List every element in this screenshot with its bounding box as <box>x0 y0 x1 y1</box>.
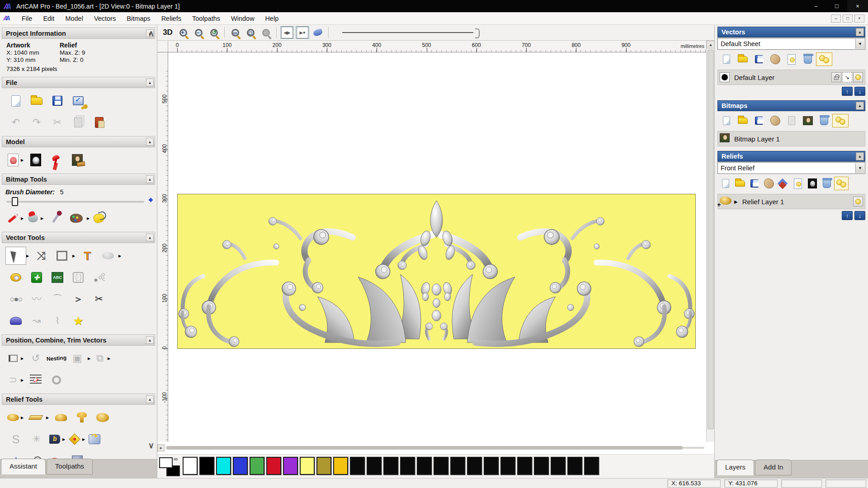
tab-layers[interactable]: Layers <box>717 460 754 475</box>
flyout-arrow-icon[interactable]: ▶ <box>21 408 25 427</box>
flyout-arrow-icon[interactable]: ▶ <box>62 430 67 448</box>
colour-swatch-17[interactable] <box>467 457 482 475</box>
brush-diameter-slider[interactable] <box>4 197 151 206</box>
zoom-drawing-icon[interactable]: ▢ <box>244 26 257 39</box>
delete-relief-layer-icon[interactable] <box>820 177 834 190</box>
weld-vectors-icon[interactable]: ⧉ <box>92 349 108 367</box>
bitmap-layer-row[interactable]: Bitmap Layer 1 <box>717 131 865 146</box>
snap-layer-icon[interactable]: ↘ <box>842 72 852 82</box>
colour-swatch-23[interactable] <box>567 457 582 475</box>
colour-swatch-7[interactable] <box>300 457 315 475</box>
model-properties-icon[interactable] <box>68 92 89 110</box>
section-relief-tools[interactable]: Relief Tools ▲ <box>2 394 155 405</box>
toggle-visibility-icon[interactable] <box>783 52 800 66</box>
menu-window[interactable]: Window <box>226 14 260 23</box>
collapse-icon[interactable]: ▲ <box>146 234 154 241</box>
slider-track[interactable] <box>6 201 144 202</box>
snap-page-left-icon[interactable]: ◂▸ <box>280 26 294 39</box>
mirror-vectors-icon[interactable]: ⌇ <box>47 312 68 330</box>
primary-secondary-colour[interactable]: ∞ <box>159 457 180 476</box>
greyscale-preview-icon[interactable] <box>805 177 820 190</box>
menu-help[interactable]: Help <box>260 14 284 23</box>
move-layer-up-icon[interactable]: ↑ <box>842 87 853 96</box>
colour-swatch-22[interactable] <box>551 457 566 475</box>
nesting-icon[interactable]: Nesting <box>46 349 67 367</box>
create-polyline-icon[interactable]: ＞ <box>68 290 89 308</box>
open-relief-layer-icon[interactable] <box>733 177 747 190</box>
colour-swatch-14[interactable] <box>417 457 432 475</box>
snap-page-right-icon[interactable]: ▸▪ <box>296 26 309 39</box>
child-minimize-button[interactable]: – <box>831 14 841 23</box>
link-colours-icon[interactable]: ∞ <box>174 455 178 462</box>
vector-texture-icon[interactable] <box>25 371 46 389</box>
primary-colour-swatch[interactable] <box>159 457 173 468</box>
menu-edit[interactable]: Edit <box>38 14 60 23</box>
create-plane-icon[interactable] <box>25 408 46 427</box>
minimize-button[interactable]: – <box>806 0 826 12</box>
colour-picker-icon[interactable] <box>45 209 66 227</box>
bitmap-layer-name[interactable]: Bitmap Layer 1 <box>734 135 863 143</box>
line-width-slider[interactable] <box>342 32 473 33</box>
merge-vector-layers-icon[interactable] <box>767 52 783 66</box>
flyout-arrow-icon[interactable]: ▶ <box>46 408 51 427</box>
flyout-arrow-icon[interactable]: ▶ <box>21 371 25 389</box>
zoom-box-icon[interactable]: ▭ <box>228 26 242 39</box>
scroll-left-icon[interactable]: ▸ <box>157 444 165 451</box>
layer-colour-swatch[interactable] <box>720 72 730 82</box>
copy-icon[interactable] <box>68 113 89 131</box>
colour-swatch-16[interactable] <box>450 457 465 475</box>
clear-bitmap-layer-icon[interactable] <box>783 114 800 127</box>
colour-swatch-19[interactable] <box>500 457 515 475</box>
relief-layer-name[interactable]: Relief Layer 1 <box>742 198 852 206</box>
flyout-arrow-icon[interactable]: ▶ <box>21 209 25 227</box>
colour-swatch-20[interactable] <box>517 457 532 475</box>
section-position-combine-trim[interactable]: Position, Combine, Trim Vectors ▲ <box>2 334 155 346</box>
create-arc-icon[interactable]: ⌒ <box>47 290 68 308</box>
colour-swatch-21[interactable] <box>534 457 549 475</box>
collapse-icon[interactable]: ▲ <box>856 152 864 160</box>
collapse-icon[interactable]: ▲ <box>856 102 864 110</box>
create-freehand-icon[interactable]: 〰 <box>26 290 47 308</box>
face-wizard-icon[interactable] <box>47 430 62 448</box>
relief-layer-row[interactable]: ▶ Relief Layer 1 <box>717 194 865 209</box>
pan-view-icon[interactable] <box>311 26 325 39</box>
colour-swatch-9[interactable] <box>333 457 348 475</box>
tab-assistant[interactable]: Assistant <box>1 459 46 474</box>
block-combine-icon[interactable]: ▣ <box>67 349 88 367</box>
layer-visibility-icon[interactable] <box>853 72 863 82</box>
move-layer-up-icon[interactable]: ↑ <box>842 211 853 220</box>
collapse-icon[interactable]: ▲ <box>146 138 154 145</box>
lock-layer-icon[interactable] <box>831 72 841 82</box>
new-relief-layer-icon[interactable] <box>718 177 733 190</box>
edit-palette-icon[interactable] <box>66 209 87 227</box>
colour-swatch-11[interactable] <box>367 457 382 475</box>
collapse-icon[interactable]: ▲ <box>856 28 864 36</box>
flyout-arrow-icon[interactable]: ▶ <box>118 247 123 265</box>
collapse-icon[interactable]: ▲ <box>146 336 154 344</box>
section-file[interactable]: File ▲ <box>2 77 155 88</box>
move-layer-down-icon[interactable]: ↓ <box>854 211 865 220</box>
flyout-arrow-icon[interactable]: ▶ <box>82 430 87 448</box>
vector-layer-row[interactable]: Default Layer ↘ <box>717 70 865 85</box>
move-layer-down-icon[interactable]: ↓ <box>854 87 865 96</box>
flyout-arrow-icon[interactable]: ▶ <box>87 209 91 227</box>
redo-icon[interactable]: ↷ <box>26 113 47 131</box>
zoom-previous-icon[interactable]: ↺ <box>207 26 221 39</box>
menu-file[interactable]: File <box>16 14 38 23</box>
spin-profile-icon[interactable] <box>5 312 26 330</box>
block-copy-rotate-icon[interactable] <box>26 268 47 286</box>
trim-to-intersection-icon[interactable]: ⊃ <box>5 371 21 389</box>
vectors-header[interactable]: Vectors ▲ <box>717 27 865 38</box>
envelope-distortion-icon[interactable] <box>98 247 118 265</box>
dropdown-arrow-icon[interactable]: ▼ <box>855 39 864 49</box>
vector-layer-name[interactable]: Default Layer <box>734 74 830 81</box>
merge-relief-layers-icon[interactable] <box>762 177 776 190</box>
shape-editor-icon[interactable] <box>67 430 82 448</box>
merge-bitmap-layers-icon[interactable] <box>767 114 783 127</box>
flyout-arrow-icon[interactable]: ▶ <box>88 349 92 367</box>
menu-bitmaps[interactable]: Bitmaps <box>121 14 156 23</box>
menu-vectors[interactable]: Vectors <box>89 14 121 23</box>
smooth-relief-icon[interactable] <box>51 408 71 427</box>
paste-along-curve-icon[interactable] <box>89 268 109 286</box>
colour-swatch-18[interactable] <box>484 457 499 475</box>
